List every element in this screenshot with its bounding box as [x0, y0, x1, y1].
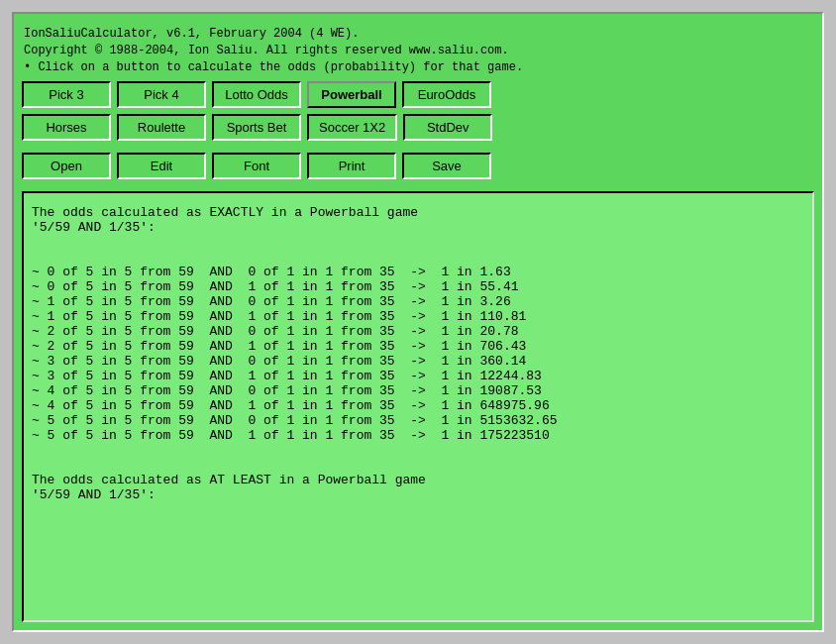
title-line2: Copyright © 1988-2004, Ion Saliu. All ri… — [24, 43, 812, 59]
save-button[interactable]: Save — [402, 153, 491, 179]
sports-bet-button[interactable]: Sports Bet — [212, 114, 301, 141]
print-button[interactable]: Print — [307, 153, 396, 179]
output-wrapper: The odds calculated as EXACTLY in a Powe… — [22, 191, 814, 622]
title-line3: • Click on a button to calculate the odd… — [24, 59, 812, 76]
title-area: IonSaliuCalculator, v6.1, February 2004 … — [22, 22, 814, 81]
std-dev-button[interactable]: StdDev — [403, 114, 492, 141]
title-line1: IonSaliuCalculator, v6.1, February 2004 … — [24, 26, 812, 43]
soccer-1x2-button[interactable]: Soccer 1X2 — [307, 114, 397, 141]
output-text[interactable]: The odds calculated as EXACTLY in a Powe… — [24, 193, 812, 620]
edit-button[interactable]: Edit — [117, 153, 206, 179]
button-row-1: Pick 3 Pick 4 Lotto Odds Powerball EuroO… — [22, 81, 814, 108]
button-row-3: Open Edit Font Print Save — [22, 153, 814, 179]
lotto-odds-button[interactable]: Lotto Odds — [212, 81, 301, 108]
powerball-button[interactable]: Powerball — [307, 81, 396, 108]
euro-odds-button[interactable]: EuroOdds — [402, 81, 491, 108]
button-row-2: Horses Roulette Sports Bet Soccer 1X2 St… — [22, 114, 814, 141]
horses-button[interactable]: Horses — [22, 114, 111, 141]
pick4-button[interactable]: Pick 4 — [117, 81, 206, 108]
main-window: IonSaliuCalculator, v6.1, February 2004 … — [12, 12, 824, 632]
roulette-button[interactable]: Roulette — [117, 114, 206, 141]
open-button[interactable]: Open — [22, 153, 111, 179]
font-button[interactable]: Font — [212, 153, 301, 179]
pick3-button[interactable]: Pick 3 — [22, 81, 111, 108]
